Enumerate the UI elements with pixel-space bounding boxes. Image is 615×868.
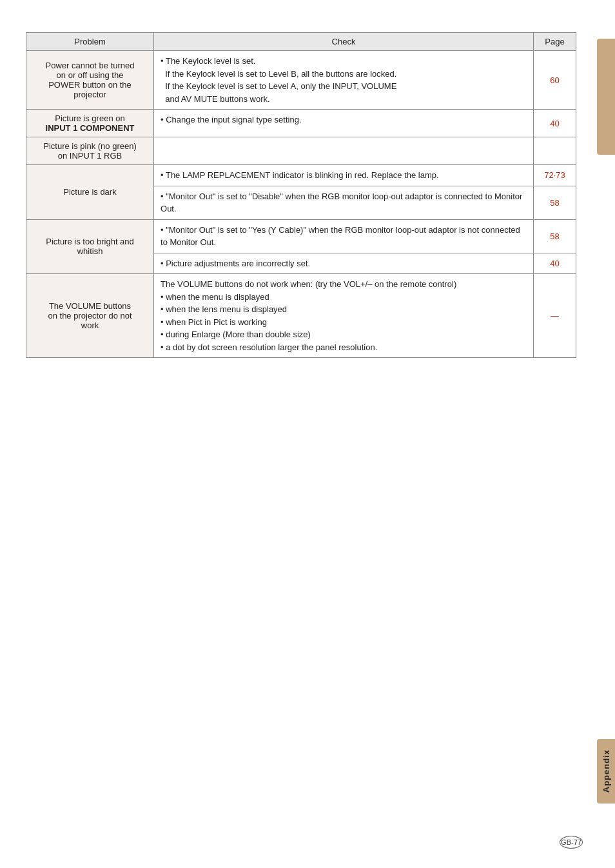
page-container: Appendix Problem Check Page Power cannot… (0, 0, 615, 868)
page-cell: 40 (533, 253, 576, 274)
check-text: • "Monitor Out" is set to "Yes (Y Cable)… (161, 224, 527, 249)
page-cell: 58 (533, 219, 576, 253)
check-text: • The Keylock level is set. If the Keylo… (161, 55, 527, 105)
page-number: GB-77 (560, 836, 583, 849)
check-text: • The LAMP REPLACEMENT indicator is blin… (161, 169, 527, 182)
problem-cell: Power cannot be turnedon or off using th… (26, 51, 154, 110)
table-row: Picture is dark • The LAMP REPLACEMENT i… (26, 165, 576, 186)
check-cell: • The Keylock level is set. If the Keylo… (154, 51, 534, 110)
table-row: Picture is too bright andwhitish • "Moni… (26, 219, 576, 253)
check-cell: • "Monitor Out" is set to "Yes (Y Cable)… (154, 219, 534, 253)
problem-cell: Picture is green onINPUT 1 COMPONENT (26, 110, 154, 137)
check-text: • "Monitor Out" is set to "Disable" when… (161, 190, 527, 215)
page-cell: — (533, 274, 576, 358)
problem-cell: Picture is pink (no green)on INPUT 1 RGB (26, 137, 154, 165)
page-footer: GB-77 (560, 836, 583, 849)
check-cell: • The LAMP REPLACEMENT indicator is blin… (154, 165, 534, 186)
problem-cell: Picture is too bright andwhitish (26, 219, 154, 274)
page-cell: 60 (533, 51, 576, 110)
page-cell: 40 (533, 110, 576, 137)
check-text: The VOLUME buttons do not work when: (tr… (161, 278, 527, 353)
table-row: Picture is green onINPUT 1 COMPONENT • C… (26, 110, 576, 137)
table-row: Picture is pink (no green)on INPUT 1 RGB (26, 137, 576, 165)
side-tab-appendix: Appendix (597, 739, 615, 804)
check-cell: • Picture adjustments are incorrectly se… (154, 253, 534, 274)
header-problem: Problem (26, 33, 154, 51)
page-cell: 58 (533, 186, 576, 219)
table-header-row: Problem Check Page (26, 33, 576, 51)
page-cell (533, 137, 576, 165)
table-row: The VOLUME buttonson the projector do no… (26, 274, 576, 358)
check-cell: The VOLUME buttons do not work when: (tr… (154, 274, 534, 358)
check-text: • Change the input signal type setting. (161, 113, 527, 126)
header-page: Page (533, 33, 576, 51)
check-cell (154, 137, 534, 165)
problem-cell: The VOLUME buttonson the projector do no… (26, 274, 154, 358)
side-tab-top (597, 39, 615, 155)
troubleshooting-table: Problem Check Page Power cannot be turne… (26, 32, 576, 358)
page-cell: 72·73 (533, 165, 576, 186)
header-check: Check (154, 33, 534, 51)
check-cell: • Change the input signal type setting. (154, 110, 534, 137)
appendix-label: Appendix (601, 749, 611, 793)
problem-cell: Picture is dark (26, 165, 154, 220)
check-text: • Picture adjustments are incorrectly se… (161, 257, 527, 270)
check-cell: • "Monitor Out" is set to "Disable" when… (154, 186, 534, 219)
table-row: Power cannot be turnedon or off using th… (26, 51, 576, 110)
